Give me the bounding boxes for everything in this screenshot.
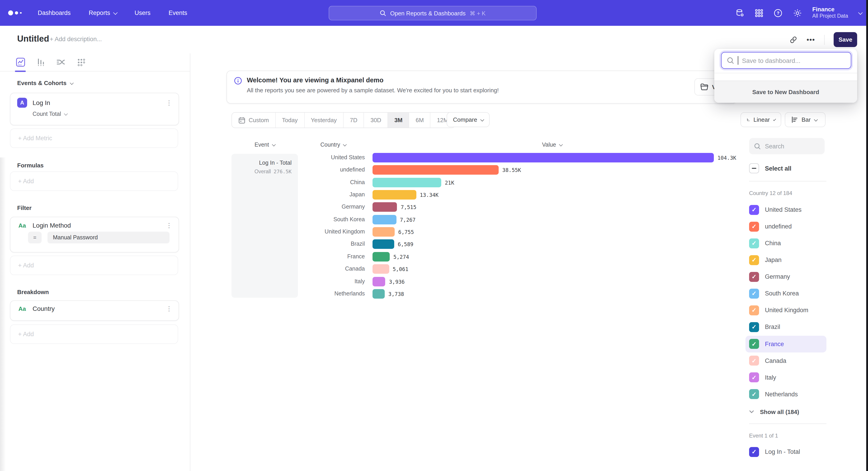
- country-checkbox[interactable]: ✓: [749, 322, 759, 332]
- filter-operator-chip[interactable]: =: [28, 232, 41, 243]
- country-checkbox[interactable]: ✓: [749, 255, 759, 265]
- breakdown-section-label: Breakdown: [17, 289, 49, 295]
- tab-flows-chart[interactable]: [56, 57, 66, 67]
- add-description-field[interactable]: + Add description...: [50, 36, 102, 42]
- tab-bar-chart[interactable]: [35, 57, 46, 67]
- project-switcher[interactable]: Finance All Project Data: [812, 6, 848, 19]
- range-custom[interactable]: Custom: [232, 113, 276, 127]
- chart-type-selector[interactable]: Bar: [785, 112, 826, 127]
- tab-retention-chart[interactable]: [76, 58, 87, 67]
- filter-card-login-method[interactable]: Aa Login Method ⋮ = Manual Password: [10, 217, 179, 253]
- country-checkbox[interactable]: ✓: [749, 289, 759, 299]
- aggregation-selector[interactable]: Count Total: [10, 108, 179, 123]
- bar-category-label: France: [302, 254, 365, 260]
- country-list-item-italy[interactable]: ✓Italy: [745, 369, 827, 386]
- add-filter-button[interactable]: + Add: [10, 256, 178, 275]
- column-header-event[interactable]: Event: [231, 142, 298, 148]
- country-list-item-china[interactable]: ✓China: [745, 235, 827, 252]
- range-6m[interactable]: 6M: [409, 113, 431, 127]
- metric-card-log-in[interactable]: A Log In ⋮ Count Total: [10, 93, 179, 125]
- tab-insights-chart[interactable]: [15, 57, 26, 67]
- copy-link-icon[interactable]: [789, 35, 798, 44]
- breakdown-card-country[interactable]: Aa Country ⋮: [10, 300, 179, 321]
- country-checkbox[interactable]: ✓: [749, 238, 759, 248]
- nav-events[interactable]: Events: [168, 9, 187, 16]
- country-list-item-brazil[interactable]: ✓Brazil: [745, 319, 827, 335]
- help-icon[interactable]: ?: [773, 8, 782, 18]
- bar-china[interactable]: [373, 178, 441, 187]
- keyboard-shortcut: ⌘ + K: [470, 10, 486, 17]
- breakdown-search-input[interactable]: Search: [749, 138, 825, 154]
- bar-undefined[interactable]: [373, 165, 499, 175]
- bar-france[interactable]: [373, 252, 390, 262]
- apps-grid-icon[interactable]: [755, 9, 763, 17]
- save-to-new-dashboard-button[interactable]: Save to New Dashboard: [714, 81, 857, 103]
- filter-kebab-menu-icon[interactable]: ⋮: [165, 222, 173, 229]
- add-breakdown-button[interactable]: + Add: [10, 324, 178, 344]
- filter-property-name[interactable]: Login Method: [33, 222, 160, 229]
- breakdown-property-name[interactable]: Country: [33, 305, 160, 312]
- global-search-bar[interactable]: Open Reports & Dashboards ⌘ + K: [329, 6, 537, 20]
- filter-value-chip[interactable]: Manual Password: [48, 232, 169, 243]
- data-management-icon[interactable]: [735, 8, 744, 18]
- bar-united-kingdom[interactable]: [373, 227, 395, 237]
- breakdown-kebab-menu-icon[interactable]: ⋮: [165, 305, 173, 312]
- event-list-item[interactable]: ✓ Log In - Total: [745, 443, 827, 460]
- add-formula-button[interactable]: + Add: [10, 172, 178, 191]
- country-list-item-south-korea[interactable]: ✓South Korea: [745, 285, 827, 302]
- add-metric-button[interactable]: + Add Metric: [10, 128, 178, 148]
- column-header-country[interactable]: Country: [302, 142, 365, 148]
- settings-gear-icon[interactable]: [793, 8, 802, 18]
- range-today[interactable]: Today: [276, 113, 305, 127]
- show-all-button[interactable]: Show all (184): [749, 407, 799, 417]
- country-list-item-japan[interactable]: ✓Japan: [745, 252, 827, 268]
- country-checkbox[interactable]: ✓: [749, 372, 759, 382]
- country-list-item-canada[interactable]: ✓Canada: [745, 352, 827, 369]
- country-list-item-united-states[interactable]: ✓United States: [745, 201, 827, 218]
- select-all-checkbox[interactable]: [749, 163, 759, 173]
- metric-name[interactable]: Log In: [33, 99, 160, 106]
- string-property-badge: Aa: [17, 305, 27, 312]
- bar-brazil[interactable]: [373, 240, 394, 249]
- country-checkbox[interactable]: ✓: [749, 205, 759, 215]
- country-checkbox[interactable]: ✓: [749, 339, 759, 349]
- country-section-label: Country 12 of 184: [749, 190, 792, 196]
- nav-dashboards[interactable]: Dashboards: [38, 9, 71, 16]
- country-checkbox[interactable]: ✓: [749, 389, 759, 399]
- bar-united-states[interactable]: [373, 153, 714, 163]
- bar-italy[interactable]: [373, 277, 385, 286]
- country-list-item-united-kingdom[interactable]: ✓United Kingdom: [745, 302, 827, 319]
- scale-selector[interactable]: Linear: [741, 112, 781, 127]
- country-list-item-netherlands[interactable]: ✓Netherlands: [745, 386, 827, 403]
- save-dashboard-search-input[interactable]: Save to dashboard...: [721, 52, 851, 69]
- range-3m[interactable]: 3M: [388, 113, 409, 127]
- country-checkbox[interactable]: ✓: [749, 305, 759, 315]
- mixpanel-logo-icon[interactable]: [8, 10, 22, 16]
- country-checkbox[interactable]: ✓: [749, 222, 759, 231]
- range-7d[interactable]: 7D: [344, 113, 364, 127]
- bar-netherlands[interactable]: [373, 289, 385, 299]
- country-checkbox[interactable]: ✓: [749, 272, 759, 282]
- column-header-value[interactable]: Value: [373, 142, 732, 148]
- bar-germany[interactable]: [373, 203, 397, 212]
- metric-kebab-menu-icon[interactable]: ⋮: [165, 99, 173, 106]
- range-30d[interactable]: 30D: [364, 113, 388, 127]
- compare-button[interactable]: Compare: [447, 112, 490, 127]
- bar-south-korea[interactable]: [373, 215, 396, 225]
- nav-users[interactable]: Users: [134, 9, 151, 16]
- event-checkbox[interactable]: ✓: [749, 447, 759, 457]
- country-list-item-france[interactable]: ✓France: [745, 335, 827, 352]
- country-list-item-undefined[interactable]: ✓undefined: [745, 218, 827, 235]
- bar-canada[interactable]: [373, 264, 389, 274]
- range-yesterday[interactable]: Yesterday: [305, 113, 344, 127]
- nav-reports[interactable]: Reports: [89, 9, 117, 16]
- project-chevron-icon[interactable]: [858, 10, 863, 15]
- save-button[interactable]: Save: [834, 32, 857, 47]
- report-title[interactable]: Untitled: [17, 34, 49, 44]
- events-cohorts-section-label[interactable]: Events & Cohorts: [17, 80, 73, 86]
- country-list-item-germany[interactable]: ✓Germany: [745, 268, 827, 285]
- bar-japan[interactable]: [373, 190, 416, 200]
- country-checkbox[interactable]: ✓: [749, 356, 759, 365]
- select-all-row[interactable]: Select all: [749, 163, 792, 173]
- more-actions-button[interactable]: •••: [807, 36, 815, 43]
